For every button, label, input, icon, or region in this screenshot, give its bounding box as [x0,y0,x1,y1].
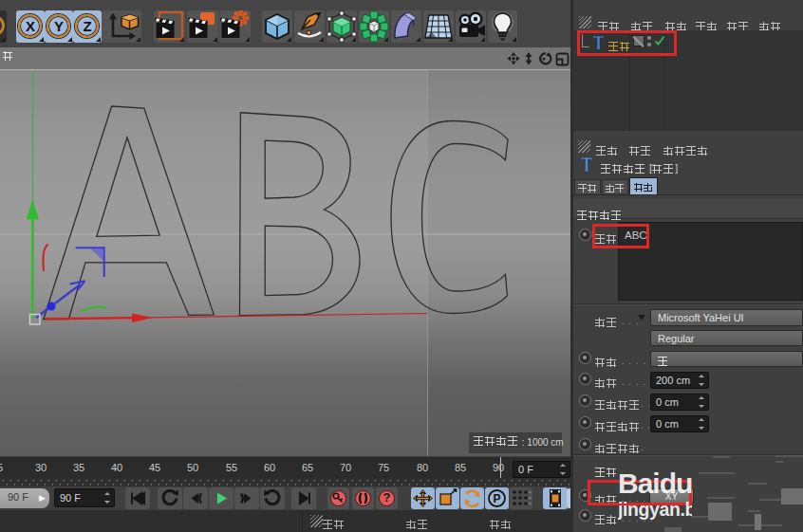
svg-text:P: P [493,492,500,505]
